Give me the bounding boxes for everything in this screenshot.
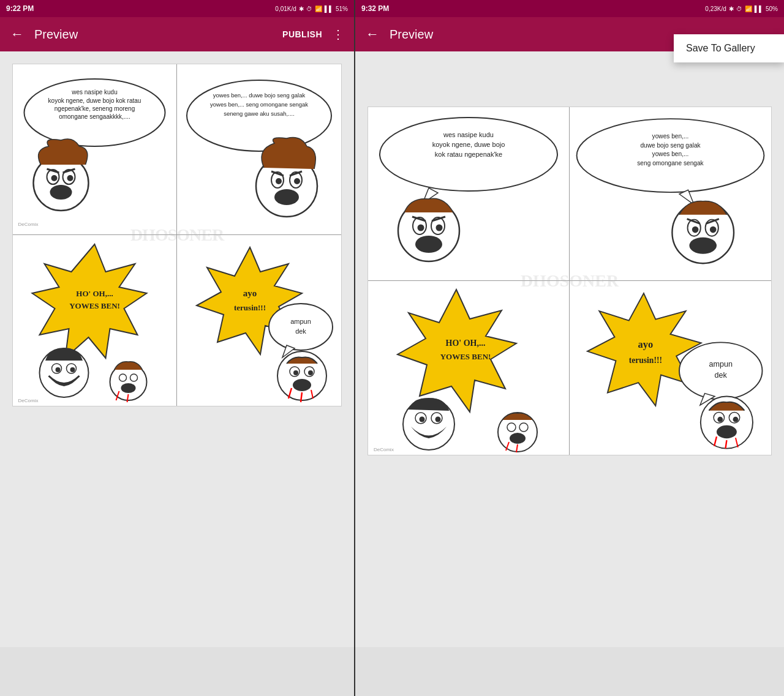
svg-point-97 (510, 433, 526, 444)
svg-text:YOWES BEN!: YOWES BEN! (69, 301, 120, 310)
svg-point-93 (435, 417, 441, 422)
svg-text:duwe bojo seng galak: duwe bojo seng galak (640, 141, 701, 148)
svg-text:DeComix: DeComix (18, 222, 39, 227)
svg-text:ampun: ampun (709, 360, 733, 369)
svg-text:wes nasipe kudu: wes nasipe kudu (443, 131, 494, 138)
svg-point-13 (50, 185, 72, 200)
svg-marker-86 (398, 290, 516, 412)
svg-point-113 (717, 425, 737, 438)
left-content-area: DHOSONER wes nasipe kudu koyok ngene, du… (0, 51, 354, 647)
right-cell-2: yowes ben,... duwe bojo seng galak yowes… (570, 107, 771, 281)
left-time: 9:22 PM (6, 4, 34, 13)
left-wifi-icon: 📶 (315, 6, 322, 12)
svg-text:DeComix: DeComix (18, 398, 39, 403)
svg-point-92 (420, 417, 425, 422)
svg-text:ampun: ampun (290, 318, 311, 325)
svg-text:yowes ben,...: yowes ben,... (652, 151, 689, 157)
svg-point-24 (294, 178, 300, 184)
right-content-area: DHOSONER wes nasipe kudu koyok ngene, du… (355, 51, 784, 647)
right-comic-grid: DHOSONER wes nasipe kudu koyok ngene, du… (368, 107, 772, 455)
left-cell-2: yowes ben,... duwe bojo seng galak yowes… (177, 64, 341, 235)
left-panel: 9:22 PM 0,01K/d ✱ ⏱ 📶 ▌▌ 51% ← Preview P… (0, 0, 355, 696)
left-alarm-icon: ⏱ (306, 6, 312, 12)
svg-text:dek: dek (715, 371, 728, 380)
svg-text:ngepenak'ke, seneng moreng: ngepenak'ke, seneng moreng (55, 105, 135, 112)
svg-text:koyok ngene, duwe bojo kok rat: koyok ngene, duwe bojo kok ratau (48, 97, 141, 104)
left-status-icons: 0,01K/d ✱ ⏱ 📶 ▌▌ 51% (275, 6, 348, 12)
svg-text:terusin!!!: terusin!!! (629, 356, 662, 365)
svg-text:ayo: ayo (638, 339, 654, 350)
svg-point-81 (692, 226, 699, 233)
left-signal-icon: ▌▌ (325, 6, 333, 12)
svg-point-53 (293, 370, 298, 375)
svg-text:HO' OH,...: HO' OH,... (76, 289, 113, 298)
right-bluetooth-icon: ✱ (729, 6, 734, 12)
svg-point-67 (418, 224, 424, 231)
left-bottom-bar (0, 647, 354, 696)
right-signal-icon: ▌▌ (755, 6, 763, 12)
right-cell-4: ayo terusin!!! ampun dek (570, 281, 771, 455)
svg-text:wes nasipe kudu: wes nasipe kudu (71, 89, 118, 95)
svg-text:YOWES BEN!: YOWES BEN! (440, 352, 491, 361)
left-bluetooth-icon: ✱ (299, 6, 304, 12)
right-battery-text: 50% (766, 6, 778, 12)
svg-text:DeComix: DeComix (374, 447, 394, 452)
left-back-button[interactable]: ← (5, 22, 29, 47)
svg-text:omongane sengaakkkk,....: omongane sengaakkkk,.... (59, 113, 130, 120)
svg-point-27 (274, 189, 299, 205)
left-status-bar: 9:22 PM 0,01K/d ✱ ⏱ 📶 ▌▌ 51% (0, 0, 354, 17)
right-wifi-icon: 📶 (745, 6, 752, 12)
svg-point-112 (733, 417, 739, 422)
svg-text:dek: dek (295, 327, 306, 335)
svg-point-37 (119, 374, 127, 381)
svg-point-35 (70, 367, 75, 372)
svg-text:seneng gawe aku susah,....: seneng gawe aku susah,.... (224, 110, 295, 117)
svg-text:yowes ben,... duwe bojo seng g: yowes ben,... duwe bojo seng galak (213, 92, 306, 99)
left-more-button[interactable]: ⋮ (327, 23, 349, 45)
svg-point-39 (121, 383, 136, 393)
right-panel: 9:32 PM 0,23K/d ✱ ⏱ 📶 ▌▌ 50% ← Preview S… (355, 0, 784, 696)
left-cell-4: ayo terusin!!! ampun dek (177, 235, 341, 406)
svg-point-95 (507, 423, 516, 432)
svg-text:kok ratau ngepenak'ke: kok ratau ngepenak'ke (435, 151, 502, 158)
right-status-bar: 9:32 PM 0,23K/d ✱ ⏱ 📶 ▌▌ 50% (355, 0, 784, 17)
right-data-icon: 0,23K/d (705, 6, 726, 12)
svg-text:koyok ngene, duwe bojo: koyok ngene, duwe bojo (432, 141, 505, 148)
right-alarm-icon: ⏱ (736, 6, 742, 12)
svg-point-10 (67, 175, 74, 181)
svg-point-68 (436, 224, 443, 231)
svg-point-111 (717, 417, 723, 422)
svg-text:HO' OH,...: HO' OH,... (446, 339, 486, 348)
left-comic-grid: DHOSONER wes nasipe kudu koyok ngene, du… (12, 64, 342, 406)
right-back-button[interactable]: ← (360, 22, 385, 47)
right-time: 9:32 PM (361, 4, 389, 13)
dropdown-menu: Save To Gallery (674, 34, 784, 62)
svg-point-71 (415, 236, 442, 253)
right-cell-1: wes nasipe kudu koyok ngene, duwe bojo k… (368, 107, 570, 281)
svg-text:yowes ben,... seng omongane se: yowes ben,... seng omongane sengak (210, 101, 308, 108)
svg-text:terusin!!!: terusin!!! (234, 303, 266, 312)
svg-point-23 (276, 178, 282, 184)
left-cell-3: HO' OH,... YOWES BEN! (13, 235, 177, 406)
svg-point-34 (56, 367, 61, 372)
svg-point-54 (308, 370, 313, 375)
save-to-gallery-item[interactable]: Save To Gallery (674, 34, 784, 62)
left-app-bar: ← Preview PUBLISH ⋮ (0, 17, 354, 51)
svg-point-9 (51, 175, 58, 181)
right-cell-3: HO' OH,... YOWES BEN! (368, 281, 570, 455)
svg-point-38 (130, 374, 138, 381)
svg-text:yowes ben,...: yowes ben,... (652, 133, 689, 140)
svg-point-85 (689, 237, 717, 253)
left-page-title: Preview (34, 28, 282, 42)
left-publish-button[interactable]: PUBLISH (282, 29, 322, 39)
svg-point-96 (519, 423, 528, 432)
left-cell-1: wes nasipe kudu koyok ngene, duwe bojo k… (13, 64, 177, 235)
left-battery-text: 51% (336, 6, 348, 12)
svg-text:ayo: ayo (243, 288, 257, 298)
left-data-icon: 0,01K/d (275, 6, 296, 12)
right-status-icons: 0,23K/d ✱ ⏱ 📶 ▌▌ 50% (705, 6, 778, 12)
svg-point-82 (710, 226, 717, 233)
svg-point-55 (293, 379, 311, 391)
svg-text:seng omongane sengak: seng omongane sengak (637, 159, 704, 166)
svg-point-46 (269, 304, 333, 350)
